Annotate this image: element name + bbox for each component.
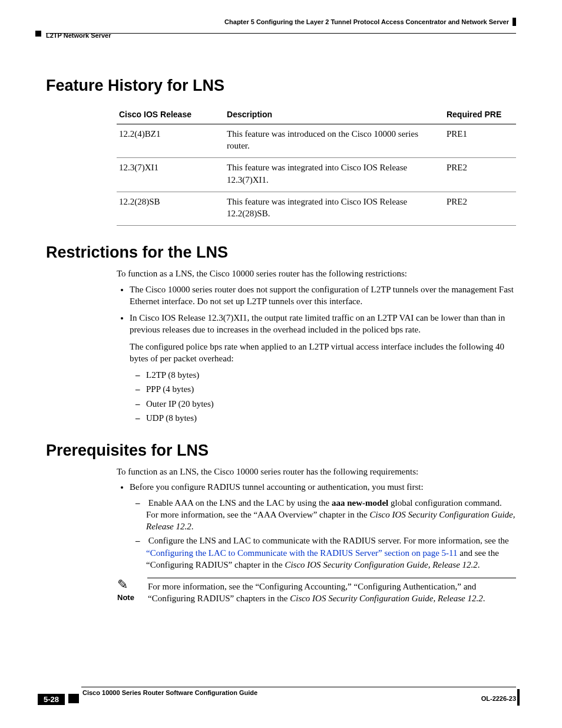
list-item: Outer IP (20 bytes)	[146, 398, 516, 410]
th-release: Cisco IOS Release	[117, 106, 224, 124]
heading-restrictions: Restrictions for the LNS	[46, 243, 516, 262]
cell-pre: PRE2	[444, 158, 516, 192]
list-item: Before you configure RADIUS tunnel accou…	[130, 481, 516, 571]
th-required-pre: Required PRE	[444, 106, 516, 124]
cmd-aaa-new-model: aaa new-model	[332, 498, 388, 508]
cell-release: 12.2(28)SB	[117, 192, 224, 226]
heading-feature-history: Feature History for LNS	[46, 77, 516, 95]
note-block: ✎ Note For more information, see the “Co…	[117, 578, 516, 605]
list-item-text: In Cisco IOS Release 12.3(7)XI1, the out…	[130, 313, 505, 334]
table-row: 12.3(7)XI1 This feature was integrated i…	[117, 158, 516, 192]
restrictions-intro: To function as a LNS, the Cisco 10000 se…	[117, 268, 516, 279]
list-item-text: Before you configure RADIUS tunnel accou…	[130, 482, 424, 492]
feature-history-content: Cisco IOS Release Description Required P…	[117, 106, 516, 226]
table-row: 12.2(28)SB This feature was integrated i…	[117, 192, 516, 226]
cell-release: 12.3(7)XI1	[117, 158, 224, 192]
list-item: Enable AAA on the LNS and the LAC by usi…	[146, 497, 516, 533]
footer-block-icon	[68, 694, 79, 703]
overhead-list: L2TP (8 bytes) PPP (4 bytes) Outer IP (2…	[130, 369, 516, 424]
book-title: Cisco IOS Security Configuration Guide, …	[285, 560, 477, 569]
list-item: Configure the LNS and LAC to communicate…	[146, 535, 516, 571]
header-rule	[46, 33, 516, 34]
note-label: Note	[117, 593, 134, 602]
prerequisites-sublist: Enable AAA on the LNS and the LAC by usi…	[130, 497, 516, 571]
prerequisites-list: Before you configure RADIUS tunnel accou…	[117, 481, 516, 571]
header-block-icon	[35, 31, 41, 37]
prerequisites-intro: To function as an LNS, the Cisco 10000 s…	[117, 466, 516, 477]
list-item: The Cisco 10000 series router does not s…	[130, 284, 516, 308]
table-row: 12.2(4)BZ1 This feature was introduced o…	[117, 124, 516, 158]
cell-description: This feature was integrated into Cisco I…	[224, 158, 444, 192]
cell-pre: PRE1	[444, 124, 516, 158]
note-text: For more information, see the “Configuri…	[147, 578, 516, 605]
cell-release: 12.2(4)BZ1	[117, 124, 224, 158]
page-number: 5-28	[38, 694, 65, 705]
list-item: In Cisco IOS Release 12.3(7)XI1, the out…	[130, 312, 516, 424]
th-description: Description	[224, 106, 444, 124]
footer-doc-title: Cisco 10000 Series Router Software Confi…	[82, 689, 257, 696]
heading-prerequisites: Prerequisites for LNS	[46, 442, 516, 460]
list-item: PPP (4 bytes)	[146, 383, 516, 395]
cell-description: This feature was introduced on the Cisco…	[224, 124, 444, 158]
prerequisites-content: To function as an LNS, the Cisco 10000 s…	[117, 466, 516, 571]
cell-description: This feature was integrated into Cisco I…	[224, 192, 444, 226]
section-title: L2TP Network Server	[46, 32, 111, 39]
cell-pre: PRE2	[444, 192, 516, 226]
footer-bar-icon	[517, 689, 520, 706]
pencil-icon: ✎	[117, 578, 147, 592]
overhead-intro: The configured police bps rate when appl…	[130, 341, 516, 365]
chapter-title: Chapter 5 Configuring the Layer 2 Tunnel…	[224, 18, 516, 26]
running-header: Chapter 5 Configuring the Layer 2 Tunnel…	[46, 18, 516, 41]
book-title: Cisco IOS Security Configuration Guide, …	[290, 594, 482, 603]
running-footer: Cisco 10000 Series Router Software Confi…	[46, 687, 516, 710]
list-item: UDP (8 bytes)	[146, 412, 516, 424]
page: Chapter 5 Configuring the Layer 2 Tunnel…	[0, 0, 562, 728]
doc-id: OL-2226-23	[481, 695, 516, 702]
list-item: L2TP (8 bytes)	[146, 369, 516, 381]
restrictions-list: The Cisco 10000 series router does not s…	[117, 284, 516, 424]
restrictions-content: To function as a LNS, the Cisco 10000 se…	[117, 268, 516, 424]
footer-rule	[81, 687, 516, 687]
xref-link[interactable]: “Configuring the LAC to Communicate with…	[146, 548, 458, 558]
feature-history-table: Cisco IOS Release Description Required P…	[117, 106, 516, 226]
